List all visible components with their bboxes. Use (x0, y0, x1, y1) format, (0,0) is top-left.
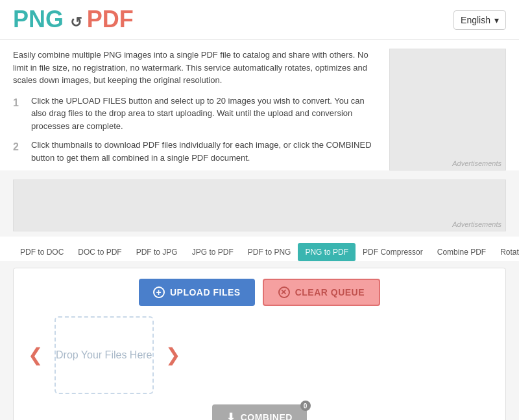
nav-tabs: PDF to DOCDOC to PDFPDF to JPGJPG to PDF… (0, 237, 519, 261)
drop-zone[interactable]: Drop Your Files Here (54, 316, 154, 394)
combined-badge: 0 (300, 401, 311, 411)
nav-tab-png-to-pdf[interactable]: PNG to PDF (298, 243, 356, 261)
nav-tab-rotate-pdf[interactable]: Rotate PDF (493, 243, 519, 261)
ad-label-banner: Advertisements (452, 220, 501, 228)
step-1-text: Click the UPLOAD FILES button and select… (31, 95, 376, 133)
logo-to: ↺ (70, 11, 87, 31)
nav-tab-doc-to-pdf[interactable]: DOC to PDF (71, 243, 128, 261)
step-1: 1 Click the UPLOAD FILES button and sele… (13, 95, 376, 133)
upload-button[interactable]: + UPLOAD FILES (139, 279, 255, 306)
clear-button[interactable]: ✕ CLEAR QUEUE (263, 279, 380, 306)
combined-area: ⬇ COMBINED 0 (24, 404, 495, 420)
logo-pdf: PDF (87, 6, 134, 32)
nav-tab-jpg-to-pdf[interactable]: JPG to PDF (185, 243, 241, 261)
step-2-text: Click thumbnails to download PDF files i… (31, 139, 376, 164)
arrow-right[interactable]: ❯ (162, 344, 184, 367)
combined-button[interactable]: ⬇ COMBINED 0 (212, 404, 307, 420)
carousel-wrapper: ❮ Drop Your Files Here ❯ (24, 316, 495, 394)
chevron-down-icon: ▾ (494, 15, 499, 25)
nav-tab-combine-pdf[interactable]: Combine PDF (430, 243, 493, 261)
description-text: Easily combine multiple PNG images into … (13, 49, 376, 170)
ad-banner: Advertisements (13, 180, 506, 231)
logo: PNG ↺ PDF (13, 8, 134, 31)
download-icon: ⬇ (226, 411, 235, 420)
header: PNG ↺ PDF English ▾ (0, 0, 519, 40)
nav-tab-pdf-to-doc[interactable]: PDF to DOC (13, 243, 71, 261)
intro-text: Easily combine multiple PNG images into … (13, 49, 376, 87)
tool-area: + UPLOAD FILES ✕ CLEAR QUEUE ❮ Drop Your… (13, 268, 506, 420)
plus-icon: + (153, 286, 165, 298)
logo-icon: ↺ (70, 16, 82, 30)
description-area: Easily combine multiple PNG images into … (0, 40, 519, 170)
nav-tab-pdf-compressor[interactable]: PDF Compressor (356, 243, 430, 261)
step-2-number: 2 (13, 139, 23, 155)
x-icon: ✕ (278, 286, 290, 298)
upload-label: UPLOAD FILES (170, 287, 241, 298)
step-2: 2 Click thumbnails to download PDF files… (13, 139, 376, 164)
arrow-left[interactable]: ❮ (24, 344, 47, 367)
logo-png: PNG (13, 6, 64, 32)
drop-label: Drop Your Files Here (56, 349, 152, 361)
combined-label: COMBINED (241, 412, 293, 421)
ad-box-right: Advertisements (389, 49, 506, 170)
tool-buttons: + UPLOAD FILES ✕ CLEAR QUEUE (24, 279, 495, 306)
language-label: English (461, 15, 490, 25)
language-selector[interactable]: English ▾ (453, 10, 506, 30)
nav-tab-pdf-to-png[interactable]: PDF to PNG (241, 243, 298, 261)
clear-label: CLEAR QUEUE (295, 287, 365, 298)
nav-tab-pdf-to-jpg[interactable]: PDF to JPG (129, 243, 185, 261)
steps: 1 Click the UPLOAD FILES button and sele… (13, 95, 376, 165)
step-1-number: 1 (13, 95, 23, 111)
ad-label-right: Advertisements (452, 159, 501, 167)
